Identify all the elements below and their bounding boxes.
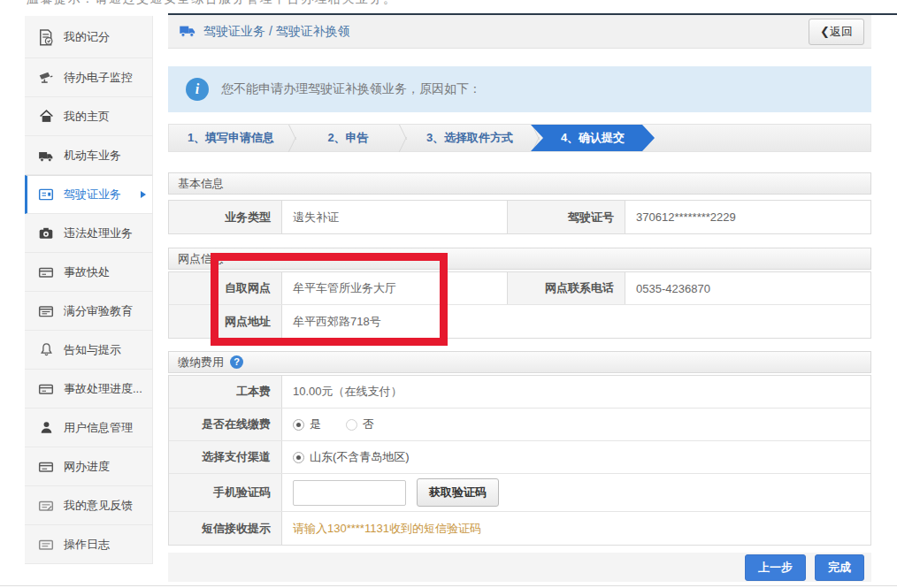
sidebar-item-online-progress[interactable]: 网办进度 <box>25 447 152 486</box>
step-1[interactable]: 1、填写申请信息 <box>169 125 293 151</box>
sms-hint-text: 请输入130****1131收到的短信验证码 <box>282 512 870 545</box>
sidebar-item-label: 操作日志 <box>64 537 110 553</box>
radio-online-yes[interactable] <box>293 419 304 431</box>
sidebar-item-label: 网办进度 <box>64 459 110 475</box>
card-icon <box>35 264 57 280</box>
warning-banner: i 您不能申请办理驾驶证补换领业务，原因如下： <box>168 66 871 112</box>
finish-button[interactable]: 完成 <box>815 554 864 581</box>
truck-icon <box>179 21 196 42</box>
home-icon <box>35 109 57 124</box>
sidebar-item-accident-progress[interactable]: 事故处理进度... <box>25 370 152 409</box>
get-code-button[interactable]: 获取验证码 <box>417 478 499 507</box>
sidebar-item-license-services[interactable]: 驾驶证业务 <box>25 175 152 214</box>
license-icon <box>35 187 57 202</box>
sidebar-item-label: 违法处理业务 <box>64 225 133 241</box>
field-label: 自取网点 <box>169 272 282 304</box>
field-label: 短信接收提示 <box>169 512 282 545</box>
help-icon[interactable]: ? <box>230 355 243 369</box>
field-label: 是否在线缴费 <box>169 409 282 440</box>
sidebar-item-label: 待办电子监控 <box>64 70 133 86</box>
score-record-icon <box>35 28 57 46</box>
back-button[interactable]: ❮返回 <box>809 19 864 45</box>
card-icon <box>35 381 57 397</box>
pay-channel-option: 山东(不含青岛地区) <box>282 441 870 473</box>
sidebar-item-violation-services[interactable]: 违法处理业务 <box>25 214 152 253</box>
card-icon <box>35 303 57 319</box>
sidebar-item-label: 驾驶证业务 <box>64 187 121 202</box>
sidebar-item-vehicle-services[interactable]: 机动车业务 <box>25 136 152 175</box>
outlet-info-section-header: 网点信息 <box>168 248 871 270</box>
radio-online-no[interactable] <box>346 419 357 431</box>
radio-label-no[interactable]: 否 <box>363 416 374 432</box>
fee-value: 10.00元（在线支付） <box>282 376 870 408</box>
payment-table: 工本费 10.00元（在线支付） 是否在线缴费 是 否 选择支付渠道 山东(不含… <box>168 375 871 546</box>
sidebar-item-feedback[interactable]: 我的意见反馈 <box>25 486 152 525</box>
field-label: 驾驶证号 <box>508 201 625 233</box>
field-label: 选择支付渠道 <box>169 441 282 473</box>
camera-icon <box>35 225 57 241</box>
field-label: 手机验证码 <box>169 474 282 511</box>
radio-channel-shandong[interactable] <box>293 452 304 463</box>
field-label: 业务类型 <box>169 201 282 233</box>
sidebar-item-label: 事故快处 <box>64 264 110 280</box>
feedback-icon <box>35 498 57 514</box>
info-icon: i <box>186 78 209 101</box>
sidebar-item-my-points[interactable]: 我的记分 <box>25 16 152 58</box>
sidebar-item-label: 我的记分 <box>64 29 110 45</box>
sidebar-item-user-info[interactable]: 用户信息管理 <box>25 409 152 447</box>
step-3[interactable]: 3、选择取件方式 <box>403 125 536 151</box>
sidebar-item-notices[interactable]: 告知与提示 <box>25 331 152 370</box>
sidebar-item-pending-monitoring[interactable]: 待办电子监控 <box>25 58 152 97</box>
sidebar-item-accident-quick-handle[interactable]: 事故快处 <box>25 253 152 292</box>
outlet-info-table: 自取网点 牟平车管所业务大厅 网点联系电话 0535-4236870 网点地址 … <box>168 271 871 339</box>
field-label: 网点地址 <box>169 305 282 338</box>
step-4-active[interactable]: 4、确认提交 <box>531 125 655 151</box>
radio-label-yes[interactable]: 是 <box>310 416 321 432</box>
prev-step-button[interactable]: 上一步 <box>745 554 806 581</box>
card-icon <box>35 459 57 475</box>
captcha-row: 获取验证码 <box>282 474 870 511</box>
sidebar-item-label: 我的主页 <box>64 109 110 125</box>
banner-text: 您不能申请办理驾驶证补换领业务，原因如下： <box>221 81 481 97</box>
field-label: 网点联系电话 <box>508 272 625 304</box>
sidebar-item-label: 用户信息管理 <box>64 420 133 436</box>
sidebar-item-label: 告知与提示 <box>64 342 121 358</box>
outlet-phone-value: 0535-4236870 <box>625 272 870 304</box>
sidebar-item-label: 我的意见反馈 <box>64 498 133 514</box>
field-label: 工本费 <box>169 376 282 408</box>
license-number-value: 370612********2229 <box>625 201 870 233</box>
sidebar-item-label: 机动车业务 <box>64 148 121 164</box>
sidebar-item-operation-log[interactable]: 操作日志 <box>25 525 152 564</box>
sidebar-item-full-score-education[interactable]: 满分审验教育 <box>25 292 152 331</box>
payment-section-header: 缴纳费用 ? <box>168 351 871 373</box>
sidebar-item-label: 满分审验教育 <box>64 303 133 319</box>
online-pay-options: 是 否 <box>282 409 870 440</box>
channel-label[interactable]: 山东(不含青岛地区) <box>310 449 410 465</box>
user-icon <box>35 420 57 435</box>
page-bottom-divider <box>0 585 897 586</box>
footer-bar: 上一步 完成 <box>168 553 871 582</box>
steps-bar: 1、填写申请信息 2、申告 3、选择取件方式 4、确认提交 <box>168 124 871 152</box>
basic-info-table: 业务类型 遗失补证 驾驶证号 370612********2229 <box>168 200 871 234</box>
basic-info-section-header: 基本信息 <box>168 172 871 195</box>
breadcrumb: 驾驶证业务 / 驾驶证补换领 <box>203 24 350 40</box>
sidebar-item-my-homepage[interactable]: 我的主页 <box>25 97 152 136</box>
step-2[interactable]: 2、申告 <box>293 125 403 151</box>
sms-code-input[interactable] <box>293 480 406 506</box>
sidebar: 我的记分 待办电子监控 我的主页 机动车业务 驾驶证业务 违法处理业务 事故快处… <box>25 16 153 564</box>
cctv-icon <box>35 70 57 86</box>
active-arrow-icon <box>141 191 146 198</box>
clipped-caption: 温馨提示：请通过交通安全综合服务管理平台办理相关业务。 <box>27 0 397 7</box>
truck-icon <box>35 148 57 164</box>
pickup-outlet-value: 牟平车管所业务大厅 <box>282 272 508 304</box>
sidebar-item-label: 事故处理进度... <box>64 381 142 397</box>
section-title: 网点信息 <box>178 248 224 269</box>
section-title: 缴纳费用 <box>178 352 224 372</box>
business-type-value: 遗失补证 <box>282 201 508 233</box>
section-title: 基本信息 <box>178 173 224 194</box>
outlet-address-value: 牟平西郊路718号 <box>282 305 870 338</box>
content-header: 驾驶证业务 / 驾驶证补换领 ❮返回 <box>168 15 871 49</box>
bell-icon <box>35 342 57 357</box>
log-icon <box>35 537 57 553</box>
